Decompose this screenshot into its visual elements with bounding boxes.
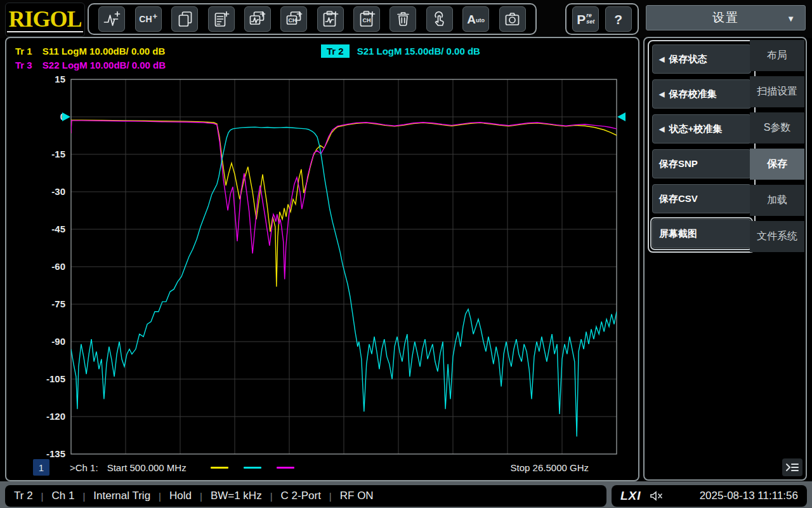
status-item-1[interactable]: Tr 2 xyxy=(14,490,33,502)
rigol-logo: RIGOL xyxy=(7,8,82,32)
prompt-menu-icon xyxy=(785,462,799,472)
copy-icon xyxy=(176,11,193,27)
menu-item-1[interactable]: ◀保存状态 xyxy=(652,44,751,74)
new-channel-window-button[interactable]: CH xyxy=(280,6,307,32)
settings-tab-column: 布局扫描设置S参数保存加载文件系统 xyxy=(750,40,804,252)
side-tab-label: 保存 xyxy=(767,157,787,171)
y-axis-tick-label: 15 xyxy=(55,74,65,84)
report-plus-icon xyxy=(213,11,230,27)
menu-item-4[interactable]: 保存SNP xyxy=(652,149,751,178)
submenu-left-arrow-icon: ◀ xyxy=(659,55,664,64)
auto-icon: Auto xyxy=(467,13,485,25)
speaker-muted-icon[interactable] xyxy=(649,490,663,502)
clip-wave-icon xyxy=(322,11,339,27)
side-tab-1[interactable]: 布局 xyxy=(750,40,804,71)
menu-item-2[interactable]: ◀保存校准集 xyxy=(652,79,751,109)
autoscale-button[interactable]: Auto xyxy=(462,6,489,32)
chart-svg: 150-15-30-45-60-75-90-105-120-135 xyxy=(6,38,641,483)
add-channel-button[interactable]: CH+ xyxy=(135,6,162,32)
status-item-2[interactable]: Ch 1 xyxy=(52,490,75,502)
add-trace-button[interactable] xyxy=(98,6,125,32)
chevron-down-icon: ▼ xyxy=(787,14,795,23)
collapse-menu-button[interactable] xyxy=(782,458,802,476)
ref-level-marker-left[interactable] xyxy=(62,112,70,121)
side-tab-4[interactable]: 保存 xyxy=(750,149,804,180)
system-status-bar: LXI 2025-08-13 11:11:56 xyxy=(612,485,807,507)
side-tab-label: 加载 xyxy=(767,194,787,207)
paste-trace-button[interactable] xyxy=(317,6,344,32)
touch-mode-button[interactable] xyxy=(426,6,453,32)
status-separator: | xyxy=(270,491,273,502)
copy-window-button[interactable] xyxy=(171,6,198,32)
y-axis-tick-label: -30 xyxy=(51,186,65,197)
y-axis-tick-label: -90 xyxy=(51,336,65,347)
status-item-4[interactable]: Hold xyxy=(169,490,192,502)
stop-frequency-label[interactable]: Stop 26.5000 GHz xyxy=(511,462,589,473)
help-icon: ? xyxy=(614,13,622,26)
svg-text:CH: CH xyxy=(288,17,296,23)
delete-button[interactable] xyxy=(390,6,416,32)
menu-item-6[interactable]: 屏幕截图 xyxy=(652,219,751,248)
y-axis-tick-label: -120 xyxy=(46,411,65,422)
toolbar-group-preset: Preset? xyxy=(565,3,639,35)
vna-screen: { "toolbar": { "logo_text": "RIGOL", "ma… xyxy=(0,0,812,508)
preset-button[interactable]: Preset xyxy=(572,6,599,32)
datetime-display: 2025-08-13 11:11:56 xyxy=(700,490,798,502)
settings-side-panel: ◀保存状态◀保存校准集◀状态+校准集保存SNP保存CSV屏幕截图 布局扫描设置S… xyxy=(643,37,807,481)
bottom-status-strip: Tr 2|Ch 1|Internal Trig|Hold|BW=1 kHz|C … xyxy=(0,481,812,508)
channel-number-badge[interactable]: 1 xyxy=(33,459,49,476)
y-axis-tick-label: -60 xyxy=(51,261,65,272)
status-item-3[interactable]: Internal Trig xyxy=(93,490,150,502)
status-separator: | xyxy=(159,491,161,502)
submenu-left-arrow-icon: ◀ xyxy=(659,125,664,133)
y-axis-tick-label: -105 xyxy=(46,373,65,384)
y-axis-tick-label: -135 xyxy=(46,448,65,459)
ref-level-marker-right[interactable] xyxy=(617,112,625,121)
svg-text:CH: CH xyxy=(362,17,370,23)
wave-plus-icon xyxy=(103,11,121,27)
channel-footer: 1 >Ch 1: Start 500.000 MHz Stop 26.5000 … xyxy=(33,458,614,476)
trace1-swatch xyxy=(211,467,228,469)
status-item-5[interactable]: BW=1 kHz xyxy=(211,490,262,502)
side-tab-label: 文件系统 xyxy=(757,230,797,243)
menu-item-label: 屏幕截图 xyxy=(659,228,697,240)
preset-icon: Preset xyxy=(577,13,594,26)
side-tab-5[interactable]: 加载 xyxy=(750,185,804,216)
status-separator: | xyxy=(41,491,44,502)
menu-item-label: 保存SNP xyxy=(659,158,698,170)
menu-item-label: 保存状态 xyxy=(669,53,707,65)
start-frequency-label[interactable]: Start 500.000 MHz xyxy=(107,462,187,473)
help-button[interactable]: ? xyxy=(605,6,632,32)
trace2-swatch xyxy=(244,467,261,469)
side-tab-3[interactable]: S参数 xyxy=(750,112,804,144)
top-toolbar: RIGOL CH+CHCHAuto Preset? 设置 ▼ xyxy=(0,0,812,38)
menu-item-5[interactable]: 保存CSV xyxy=(652,184,751,213)
add-report-button[interactable] xyxy=(208,6,235,32)
channel-label: >Ch 1: xyxy=(70,462,98,473)
clip-ch-icon: CH xyxy=(358,11,376,27)
paste-channel-button[interactable]: CH xyxy=(353,6,380,32)
menu-item-3[interactable]: ◀状态+校准集 xyxy=(652,114,751,144)
status-item-6[interactable]: C 2-Port xyxy=(281,490,321,502)
toolbar-group-main: CH+CHCHAuto xyxy=(88,3,537,35)
menu-item-label: 保存校准集 xyxy=(669,88,716,100)
settings-menu-header[interactable]: 设置 ▼ xyxy=(646,5,806,30)
status-separator: | xyxy=(200,491,202,502)
save-submenu-popup: ◀保存状态◀保存校准集◀状态+校准集保存SNP保存CSV屏幕截图 xyxy=(648,40,756,253)
side-tab-2[interactable]: 扫描设置 xyxy=(750,76,804,107)
ch-plus-icon: CH+ xyxy=(139,15,157,23)
trash-icon xyxy=(395,11,412,27)
menu-item-label: 保存CSV xyxy=(659,193,698,205)
measurement-window: Tr 1 S11 LogM 10.00dB/ 0.00 dB Tr 3 S22 … xyxy=(5,37,639,481)
side-tab-6[interactable]: 文件系统 xyxy=(750,221,804,252)
brand-logo-box: RIGOL xyxy=(5,3,85,37)
screenshot-button[interactable] xyxy=(499,6,526,32)
side-tab-label: S参数 xyxy=(764,121,791,135)
new-trace-window-button[interactable] xyxy=(244,6,271,32)
submenu-left-arrow-icon: ◀ xyxy=(659,90,664,98)
win-wave-icon xyxy=(249,11,266,27)
status-item-7[interactable]: RF ON xyxy=(340,490,374,502)
side-tab-label: 扫描设置 xyxy=(757,85,797,98)
settings-menu-title: 设置 xyxy=(712,10,739,26)
y-axis-tick-label: -45 xyxy=(51,224,65,234)
